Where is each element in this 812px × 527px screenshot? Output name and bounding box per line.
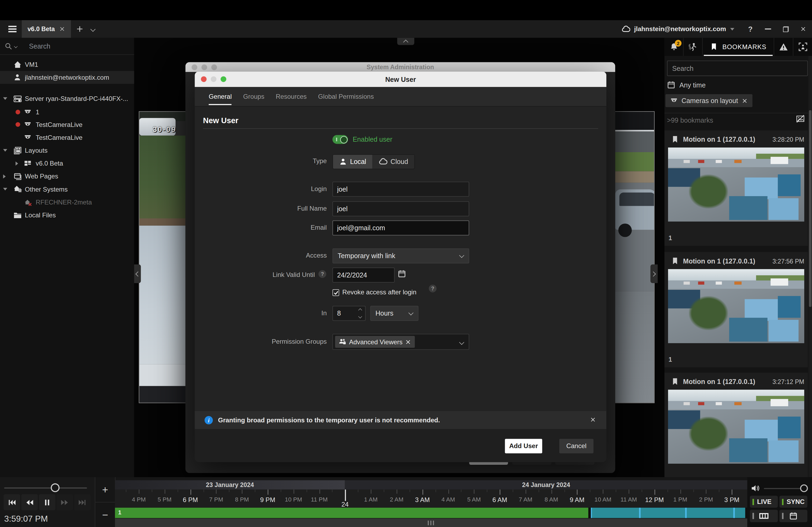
collapse-icon[interactable] [3,149,7,152]
calendar-button[interactable] [780,510,808,522]
jump-to-end-button[interactable] [74,494,91,510]
collapse-icon[interactable] [3,188,7,191]
window-traffic-lights[interactable] [201,76,226,82]
revoke-access-checkbox[interactable] [332,289,339,296]
duration-unit-select[interactable]: Hours [370,306,418,321]
close-window-button[interactable] [794,20,812,38]
collapse-icon[interactable] [3,97,7,100]
access-select[interactable]: Temporary with link [332,249,469,264]
expand-icon[interactable] [3,174,6,178]
dialog-tab-global-permissions[interactable]: Global Permissions [318,87,374,106]
speed-slider[interactable] [4,487,87,488]
objects-tab[interactable] [794,38,812,56]
bookmark-card[interactable]: Motion on 1 (127.0.0.1)3:28:20 PM1 [664,131,808,246]
system-administration-titlebar[interactable]: System Administration [185,62,615,72]
tree-item-v6-0-beta[interactable]: v6.0 Beta [0,157,134,169]
live-button[interactable]: LIVE [750,496,778,508]
resource-search[interactable]: Search [0,38,134,55]
volume-slider-knob[interactable] [800,484,808,492]
revoke-help-icon[interactable]: ? [429,285,437,292]
tree-item-jlahnstein-networkoptix-com[interactable]: jlahnstein@networkoptix.com [0,71,134,84]
tree-item-rfechner-2meta[interactable]: RFECHNER-2meta [0,196,134,209]
bookmarks-tab[interactable]: BOOKMARKS [703,38,774,56]
dismiss-banner-icon[interactable] [590,417,596,423]
notifications-tab[interactable]: 2 [664,38,683,56]
bookmark-thumbnail[interactable] [668,390,804,464]
timeline-scroll-grip[interactable] [428,521,434,525]
tree-item-testcameralive[interactable]: TestCameraLive [0,131,134,144]
calendar-icon[interactable] [398,270,406,278]
bookmarks-scrollbar[interactable] [809,56,812,527]
camera-tile-right[interactable] [612,111,655,403]
tree-item-vm1[interactable]: VM1 [0,58,134,71]
main-menu-icon[interactable] [5,24,19,34]
thumbnails-button[interactable] [750,510,778,522]
tree-item-layouts[interactable]: Layouts [0,144,134,157]
camera-filter-chip[interactable]: Cameras on layout [665,94,752,107]
spinner-down-icon[interactable] [356,314,364,319]
close-tab-icon[interactable] [59,26,65,32]
bookmark-thumbnail[interactable] [668,269,804,343]
notification-panel-collapse-button[interactable] [397,38,414,45]
permission-group-chip[interactable]: Advanced Viewers [335,336,415,348]
volume-slider[interactable] [764,488,804,489]
type-local-option[interactable]: Local [333,155,373,169]
full-name-input[interactable] [332,201,469,216]
jump-to-start-button[interactable] [4,494,20,510]
layout-tab[interactable]: v6.0 Beta [22,20,71,38]
sync-button[interactable]: SYNC [780,496,808,508]
right-panel-collapse-button[interactable] [650,265,657,283]
remove-chip-icon[interactable] [405,338,411,345]
tree-item-testcameralive[interactable]: TestCameraLive [0,118,134,131]
link-valid-date-input[interactable] [332,268,394,283]
minimize-button[interactable] [759,20,777,38]
motion-tab[interactable] [684,38,703,56]
speed-slider-knob[interactable] [51,483,60,492]
bookmark-thumbnail[interactable] [668,148,804,222]
remove-filter-icon[interactable] [742,98,748,104]
login-input[interactable] [332,182,469,197]
expand-icon[interactable] [16,161,18,165]
bookmark-card[interactable]: Motion on 1 (127.0.0.1)3:27:56 PM1 [664,252,808,367]
timeline-ruler[interactable]: 4 PM5 PM6 PM7 PM8 PM9 PM10 PM11 PM241 AM… [115,490,747,508]
cancel-button[interactable]: Cancel [559,439,593,453]
bookmark-marker [639,508,640,518]
dialog-tab-groups[interactable]: Groups [243,87,264,106]
link-valid-help-icon[interactable]: ? [318,270,326,278]
add-tab-button[interactable] [74,23,85,35]
zoom-out-button[interactable]: − [95,502,115,527]
dialog-tab-resources[interactable]: Resources [276,87,307,106]
account-menu[interactable]: jlahnstein@networkoptix.com [621,20,734,38]
bookmark-card[interactable]: Motion on 1 (127.0.0.1)3:27:12 PM [664,373,808,488]
tree-item-label: v6.0 Beta [36,160,132,167]
spinner-up-icon[interactable] [356,307,364,313]
rewind-button[interactable] [21,494,38,510]
restore-button[interactable] [777,20,795,38]
enabled-user-toggle[interactable] [332,135,348,144]
left-panel-collapse-button[interactable] [134,265,141,283]
new-user-titlebar[interactable]: New User [195,71,606,87]
timeline-scrollbar[interactable] [115,518,747,527]
fast-forward-button[interactable] [56,494,73,510]
pause-button[interactable] [39,494,56,510]
time-filter[interactable]: Any time [667,81,706,89]
tree-item-other-systems[interactable]: Other Systems [0,183,134,196]
help-button[interactable]: ? [742,20,759,38]
camera-tile-left[interactable]: 30-09 [139,111,187,403]
speaker-icon[interactable] [751,484,760,493]
email-input[interactable] [332,221,469,236]
dialog-tab-general[interactable]: General [209,87,232,106]
add-user-button[interactable]: Add User [505,439,542,453]
tree-item-web-pages[interactable]: Web Pages [0,170,134,183]
bookmarks-search-input[interactable]: Search [667,61,808,76]
tree-item-local-files[interactable]: Local Files [0,209,134,221]
tree-item-server-ryan-standard-pc-i440fx[interactable]: Server ryan-Standard-PC-i440FX-... [0,92,134,105]
type-cloud-option[interactable]: Cloud [373,155,414,169]
events-tab[interactable] [774,38,793,56]
tree-item-1[interactable]: 1 [0,105,134,118]
timeline-track[interactable]: 1 [115,508,747,518]
zoom-in-button[interactable]: + [95,477,115,502]
scrollbar-thumb[interactable] [809,110,811,307]
hide-thumbnails-icon[interactable] [796,114,805,123]
tab-list-chevron-icon[interactable] [87,23,98,35]
